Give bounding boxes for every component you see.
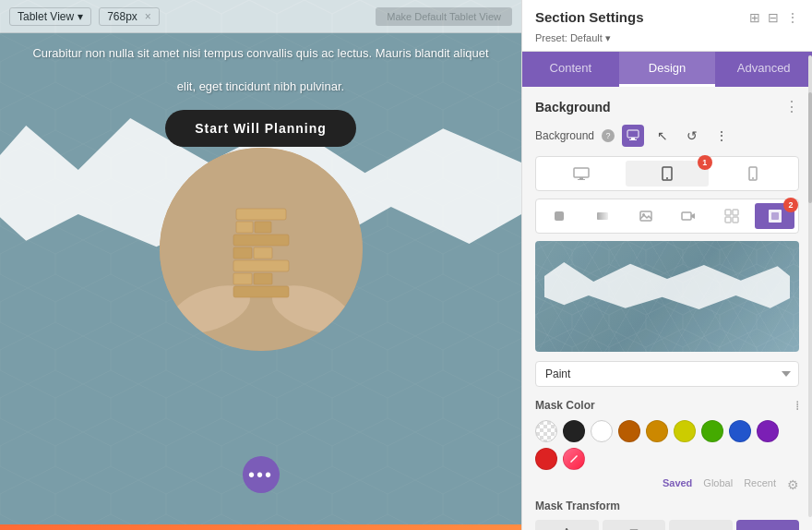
canvas-panel: Tablet View ▾ 768px × Make Default Table… [0, 0, 521, 530]
panel-preset[interactable]: Preset: Default ▾ [535, 32, 611, 43]
pattern-icon [724, 209, 739, 223]
circle-image-container [160, 148, 363, 351]
mask-color-row: Mask Color ⁞ [535, 398, 799, 413]
device-btn-mobile[interactable] [712, 161, 794, 187]
paint-select-dropdown[interactable]: Paint Gradient Image Video [535, 361, 799, 387]
color-swatch-green[interactable] [701, 420, 723, 442]
color-swatch-edit[interactable] [563, 448, 585, 470]
svg-rect-25 [555, 211, 564, 221]
panel-scrollbar[interactable] [808, 55, 812, 517]
tab-bar: Content Design Advanced [522, 52, 812, 87]
svg-rect-11 [233, 235, 289, 246]
tablet-device-icon [662, 166, 673, 181]
svg-rect-17 [629, 139, 637, 140]
circle-image [160, 148, 363, 351]
video-icon [681, 209, 696, 223]
start-will-planning-button[interactable]: Start Will Planning [165, 110, 356, 147]
bg-reset-btn[interactable]: ↺ [681, 125, 703, 147]
gradient-icon [595, 209, 610, 223]
svg-rect-13 [255, 222, 271, 233]
bg-desktop-icon-btn[interactable] [622, 125, 644, 147]
float-button[interactable]: ••• [243, 456, 280, 493]
bottom-orange-bar [0, 524, 521, 530]
transform-btns-row: 3 [535, 520, 799, 530]
color-swatch-black[interactable] [563, 420, 585, 442]
desktop-icon [627, 129, 639, 142]
color-swatches [535, 420, 799, 470]
svg-rect-10 [254, 247, 272, 259]
bg-cursor-btn[interactable]: ↖ [651, 125, 674, 147]
mobile-device-icon [748, 166, 758, 181]
type-btn-paint[interactable] [540, 203, 579, 229]
canvas-text-2: elit, eget tincidunt nibh pulvinar. [28, 78, 494, 96]
color-swatch-orange[interactable] [646, 420, 668, 442]
svg-rect-18 [574, 168, 589, 177]
scrollbar-thumb[interactable] [808, 92, 812, 203]
grid-icon[interactable]: ⊟ [768, 10, 779, 25]
device-btn-desktop[interactable] [540, 161, 622, 187]
type-badge-2: 2 [783, 198, 798, 212]
color-swatch-yellow[interactable] [674, 420, 696, 442]
transform-btn-rotate[interactable] [669, 520, 733, 530]
device-btn-tablet[interactable]: 1 [626, 161, 708, 187]
type-btn-video[interactable] [669, 203, 709, 229]
svg-rect-35 [771, 212, 779, 220]
type-btn-mask[interactable]: 2 [755, 203, 794, 229]
transform-btn-flip-h[interactable] [535, 520, 599, 530]
bg-tooltip[interactable]: ? [602, 129, 615, 142]
color-swatch-transparent[interactable] [535, 420, 557, 442]
svg-rect-26 [597, 212, 608, 220]
section-menu-icon[interactable]: ⋮ [784, 98, 799, 115]
svg-rect-8 [233, 260, 289, 271]
bg-more-btn[interactable]: ⋮ [710, 125, 733, 147]
right-panel: Section Settings ⊞ ⊟ ⋮ Preset: Default ▾… [521, 0, 812, 530]
svg-rect-29 [682, 212, 691, 220]
svg-point-22 [666, 177, 668, 179]
bg-preview [535, 241, 799, 352]
monitor-icon[interactable]: ⊞ [749, 10, 760, 25]
type-btn-pattern[interactable] [712, 203, 752, 229]
tab-design[interactable]: Design [619, 52, 716, 87]
saved-tab-global[interactable]: Global [703, 477, 733, 492]
paint-select-row: Paint Gradient Image Video [535, 361, 799, 387]
type-btn-gradient[interactable] [583, 203, 623, 229]
saved-tab-recent[interactable]: Recent [744, 477, 776, 492]
svg-rect-5 [233, 286, 289, 297]
svg-rect-9 [233, 247, 252, 259]
svg-rect-33 [733, 217, 738, 223]
transform-btn-reset[interactable]: 3 [736, 520, 800, 530]
color-swatch-white[interactable] [591, 420, 613, 442]
desktop-device-icon [573, 167, 590, 180]
svg-rect-32 [725, 217, 731, 223]
panel-icons: ⊞ ⊟ ⋮ [749, 10, 799, 25]
canvas-text-1: Curabitur non nulla sit amet nisi tempus… [28, 44, 494, 63]
panel-title-row: Section Settings ⊞ ⊟ ⋮ [535, 9, 799, 25]
mask-icon [768, 209, 782, 223]
type-btn-image[interactable] [626, 203, 665, 229]
color-settings-icon[interactable]: ⚙ [787, 477, 799, 492]
svg-rect-30 [725, 210, 731, 215]
saved-tab-saved[interactable]: Saved [663, 477, 692, 492]
section-title-row: Background ⋮ [535, 98, 799, 115]
color-swatch-purple[interactable] [757, 420, 779, 442]
svg-rect-15 [627, 130, 639, 138]
more-icon[interactable]: ⋮ [786, 10, 799, 25]
svg-rect-16 [631, 138, 635, 139]
type-icons-row: 2 [535, 199, 799, 234]
svg-rect-19 [579, 177, 583, 179]
tab-content[interactable]: Content [522, 52, 619, 87]
svg-rect-6 [233, 273, 252, 284]
svg-point-24 [752, 177, 754, 179]
color-swatch-red[interactable] [535, 448, 557, 470]
transform-btn-flip-v[interactable] [603, 520, 666, 530]
bg-control-row: Background ? ↖ ↺ ⋮ [535, 125, 799, 147]
device-badge-1: 1 [698, 155, 712, 170]
color-swatch-brown[interactable] [618, 420, 640, 442]
mask-color-menu-icon[interactable]: ⁞ [795, 398, 799, 413]
svg-rect-7 [254, 273, 272, 284]
panel-header: Section Settings ⊞ ⊟ ⋮ Preset: Default ▾ [522, 0, 812, 52]
svg-rect-12 [236, 222, 253, 233]
tab-advanced[interactable]: Advanced [715, 52, 812, 87]
saved-tabs-row: Saved Global Recent ⚙ [535, 477, 799, 492]
color-swatch-blue[interactable] [729, 420, 751, 442]
